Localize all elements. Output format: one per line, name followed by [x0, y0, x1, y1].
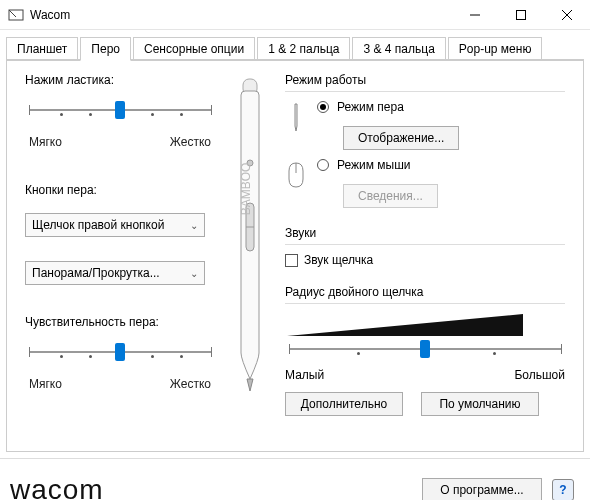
advanced-button[interactable]: Дополнительно [285, 392, 403, 416]
combo-text: Щелчок правой кнопкой [32, 218, 164, 232]
tab-pen[interactable]: Перо [80, 37, 131, 61]
chevron-down-icon: ⌄ [190, 220, 198, 231]
double-click-wedge [285, 312, 525, 340]
svg-marker-12 [287, 314, 523, 336]
double-click-max: Большой [514, 368, 565, 382]
maximize-button[interactable] [498, 0, 544, 30]
eraser-feel-label: Нажим ластика: [25, 73, 215, 87]
pen-mode-radio[interactable]: Режим пера [317, 100, 404, 114]
click-sound-checkbox[interactable]: Звук щелчка [285, 253, 565, 267]
eraser-feel-slider[interactable] [29, 99, 211, 131]
mouse-mode-icon [285, 158, 307, 192]
eraser-min-label: Мягко [29, 135, 62, 149]
mouse-mode-radio[interactable]: Режим мыши [317, 158, 411, 172]
mouse-mode-label: Режим мыши [337, 158, 411, 172]
close-button[interactable] [544, 0, 590, 30]
tab-touch-options[interactable]: Сенсорные опции [133, 37, 255, 61]
tip-min-label: Мягко [29, 377, 62, 391]
pen-mode-icon [285, 100, 307, 134]
double-click-min: Малый [285, 368, 324, 382]
tip-max-label: Жестко [170, 377, 211, 391]
tab-3-4-fingers[interactable]: 3 & 4 пальца [352, 37, 445, 61]
pen-button-lower-combo[interactable]: Панорама/Прокрутка... ⌄ [25, 261, 205, 285]
defaults-button[interactable]: По умолчанию [421, 392, 539, 416]
tip-feel-label: Чувствительность пера: [25, 315, 215, 329]
pen-graphic: BAMBOO [232, 73, 268, 393]
tab-bar: Планшет Перо Сенсорные опции 1 & 2 пальц… [6, 36, 584, 60]
chevron-down-icon: ⌄ [190, 268, 198, 279]
tracking-mode-title: Режим работы [285, 73, 565, 87]
tab-popup-menu[interactable]: Pop-up меню [448, 37, 543, 61]
tip-feel-slider[interactable] [29, 341, 211, 373]
double-click-title: Радиус двойного щелчка [285, 285, 565, 299]
mapping-button[interactable]: Отображение... [343, 126, 459, 150]
window-title: Wacom [30, 8, 452, 22]
pen-buttons-label: Кнопки пера: [25, 183, 215, 197]
about-button[interactable]: О программе... [422, 478, 542, 501]
svg-rect-3 [517, 10, 526, 19]
pen-button-upper-combo[interactable]: Щелчок правой кнопкой ⌄ [25, 213, 205, 237]
double-click-slider[interactable] [289, 338, 561, 360]
pen-mode-label: Режим пера [337, 100, 404, 114]
app-icon [8, 7, 24, 23]
svg-text:BAMBOO: BAMBOO [239, 163, 253, 216]
tab-1-2-fingers[interactable]: 1 & 2 пальца [257, 37, 350, 61]
pen-panel: Нажим ластика: Мягко Жестко Кнопки пера: [6, 60, 584, 452]
eraser-max-label: Жестко [170, 135, 211, 149]
minimize-button[interactable] [452, 0, 498, 30]
help-icon[interactable]: ? [552, 479, 574, 501]
details-button: Сведения... [343, 184, 438, 208]
titlebar: Wacom [0, 0, 590, 30]
combo-text: Панорама/Прокрутка... [32, 266, 160, 280]
wacom-logo: wacom [10, 474, 422, 501]
tab-tablet[interactable]: Планшет [6, 37, 78, 61]
sounds-title: Звуки [285, 226, 565, 240]
footer: wacom О программе... ? [0, 458, 590, 500]
svg-line-1 [9, 10, 16, 17]
click-sound-label: Звук щелчка [304, 253, 373, 267]
